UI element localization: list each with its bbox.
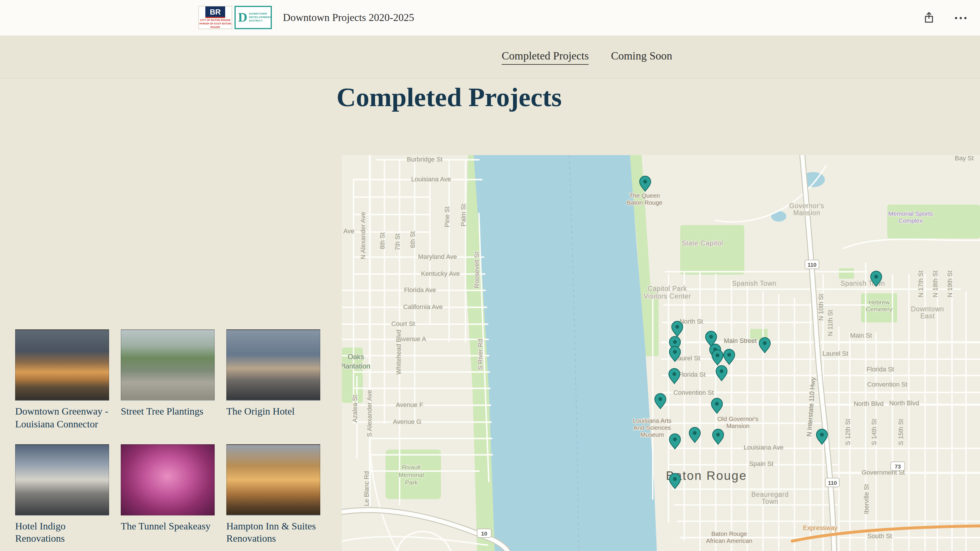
project-card-title: Hotel Indigo Renovations (15, 520, 109, 545)
map-label: Spanish Town (732, 279, 776, 287)
map-label: African American (706, 537, 752, 544)
map-label: Avenue A (399, 335, 426, 343)
ddd-logo-text: DOWNTOWN DEVELOPMENT DISTRICT (249, 13, 272, 22)
map-label: Florida St (867, 365, 894, 373)
highway-shield: 73 (891, 462, 905, 470)
map-label: Spain St (749, 460, 773, 467)
svg-text:110: 110 (828, 480, 837, 486)
project-card[interactable]: Hampton Inn & Suites Renovations (226, 444, 320, 545)
map-label: Downtown (911, 305, 944, 313)
map-label: Iberville St (863, 484, 870, 514)
br-logo-subtext2: PARISH OF EAST BATON ROUGE (199, 22, 232, 29)
map-label: Florida St (678, 371, 706, 378)
project-card-title: Downtown Greenway - Louisiana Connector (15, 405, 109, 430)
city-of-baton-rouge-logo: BR CITY OF BATON ROUGE PARISH OF EAST BA… (198, 6, 232, 29)
map-label: Louisiana Ave (744, 444, 784, 451)
more-menu-button[interactable] (952, 14, 969, 22)
map-label: N 10th St (817, 294, 824, 321)
map-label: State Capitol (682, 239, 723, 247)
map-label: Whitehead Blvd (395, 330, 402, 375)
map-label: Beauregard (751, 491, 789, 498)
map-label: S 14th St (870, 419, 878, 445)
share-button[interactable] (921, 10, 937, 26)
tab-coming-soon[interactable]: Coming Soon (611, 49, 672, 64)
map-label: Azalea St (351, 395, 358, 422)
mississippi-river (474, 155, 657, 551)
map-label: Pine St (443, 207, 450, 227)
project-card-title: The Origin Hotel (226, 405, 320, 418)
br-logo-mark: BR (205, 6, 226, 18)
map-label: Museum (641, 431, 664, 438)
map-label: Mansion (726, 422, 749, 429)
story-nav: Completed Projects Coming Soon (0, 36, 980, 79)
map-label: Capitol Park (648, 285, 687, 292)
svg-text:110: 110 (808, 262, 817, 268)
project-card-image (121, 329, 215, 400)
header-logos[interactable]: BR CITY OF BATON ROUGE PARISH OF EAST BA… (198, 6, 272, 29)
page-title: Completed Projects (0, 82, 898, 113)
map-label: Rivault (402, 464, 421, 470)
map-label: N 17th St (917, 270, 924, 297)
map-label: N 18th St (932, 270, 939, 297)
map-label: Convention St (673, 389, 714, 396)
highway-shield: 10 (477, 529, 491, 538)
map-label: The Queen (629, 192, 660, 199)
nav-tabs: Completed Projects Coming Soon (502, 36, 672, 78)
map-label: Roosevelt St (473, 252, 480, 288)
tab-completed-projects[interactable]: Completed Projects (502, 49, 589, 64)
map-label: Maryland Ave (418, 253, 457, 260)
ellipsis-icon (955, 16, 967, 19)
ddd-logo-mark: D (238, 11, 247, 24)
project-card[interactable]: The Tunnel Speakeasy (121, 444, 215, 545)
downtown-development-district-logo: D DOWNTOWN DEVELOPMENT DISTRICT (234, 6, 272, 29)
map-label: Bay St (955, 155, 974, 162)
project-card-image (121, 444, 215, 515)
project-card[interactable]: Street Tree Plantings (121, 329, 215, 430)
map-label: North Blvd (889, 399, 920, 407)
project-card-image (15, 444, 109, 515)
project-card-image (226, 444, 320, 515)
svg-text:10: 10 (481, 530, 487, 537)
storymap-page: BR CITY OF BATON ROUGE PARISH OF EAST BA… (0, 0, 980, 551)
project-card[interactable]: Hotel Indigo Renovations (15, 444, 109, 545)
map-label: S River Rd (477, 339, 484, 370)
map-label: N 11th St (827, 310, 834, 336)
map-label: Oaks (348, 353, 364, 360)
map-label: Cemetery (865, 306, 892, 313)
br-logo-subtext: CITY OF BATON ROUGE (200, 18, 231, 22)
project-card-image (15, 329, 109, 400)
project-card-title: Street Tree Plantings (121, 405, 215, 418)
map-label: Governor's (789, 202, 824, 210)
map-label: Convention St (867, 381, 907, 388)
map-label: Visitors Center (644, 292, 691, 300)
highway-shield: 110 (805, 260, 819, 269)
project-card-title: Hampton Inn & Suites Renovations (226, 520, 320, 545)
map-label: Kentucky Ave (421, 270, 460, 277)
map-label: Le Blanc Rd (363, 471, 370, 506)
map-label: S 15th St (897, 419, 904, 445)
map-label: Burbridge St (407, 156, 442, 163)
map-label: North Blvd (854, 400, 884, 407)
express-map[interactable]: Burbridge StLouisiana AveAveMaryland Ave… (342, 155, 980, 551)
map-label: 6th St (409, 231, 416, 248)
map-label: Ave (343, 227, 355, 235)
map-label: Palm St (460, 204, 467, 226)
map-label: Old Governor's (718, 415, 759, 422)
project-card[interactable]: Downtown Greenway - Louisiana Connector (15, 329, 109, 430)
map-label: S Alexander Ave (366, 390, 373, 437)
map-label: Court St (391, 320, 415, 327)
map-label: S 12th St (844, 419, 851, 445)
story-title: Downtown Projects 2020-2025 (283, 0, 414, 36)
project-card[interactable]: The Origin Hotel (226, 329, 320, 430)
map-label: Mansion (793, 209, 821, 217)
project-card-image (226, 329, 320, 400)
map-label: Baton Rouge (711, 530, 747, 537)
map-label: N 19th St (946, 270, 953, 297)
map-label: Avenue G (393, 418, 421, 426)
share-icon (923, 12, 934, 24)
map-label: South St (867, 532, 892, 540)
map-label: And Sciences (633, 424, 671, 431)
map-label: North St (679, 318, 703, 325)
map-label: Main Street (724, 337, 757, 344)
map-canvas[interactable]: Burbridge StLouisiana AveAveMaryland Ave… (342, 155, 980, 551)
